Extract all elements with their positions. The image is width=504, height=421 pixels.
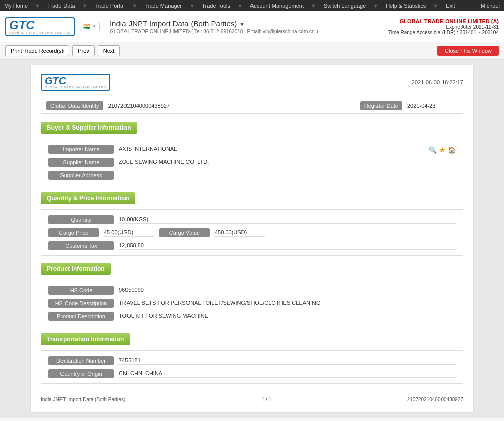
- home-icon[interactable]: 🏠: [448, 146, 456, 154]
- product-section: Product Information HS Code 96050090 HS …: [41, 263, 463, 326]
- product-body: HS Code 96050090 HS Code Description TRA…: [41, 280, 463, 326]
- buyer-supplier-fields: Importer Name AXIS INTERNATIONAL Supplie…: [48, 145, 424, 180]
- logo: GTC GLOBAL TRADE ONLINE LIMITED: [5, 17, 75, 36]
- transportation-section: Transportation Information Declaration N…: [41, 333, 463, 384]
- product-desc-label: Product Description: [48, 312, 114, 321]
- supplier-address-row: Supplier Address: [48, 171, 424, 180]
- bottom-toolbar: Print Trade Record(s) Prev Next Close Th…: [0, 418, 504, 421]
- footer-record-id: 21072021040000438927: [407, 397, 463, 402]
- logo-letters: GTC: [9, 19, 71, 31]
- importer-row: Importer Name AXIS INTERNATIONAL: [48, 145, 424, 154]
- print-button-top[interactable]: Print Trade Record(s): [5, 45, 69, 56]
- quantity-label: Quantity: [48, 215, 114, 224]
- cargo-value-label: Cargo Value: [159, 228, 210, 237]
- nav-items: My Home ▼ Trade Data ▼ Trade Portal ▼ Tr…: [4, 3, 455, 9]
- cargo-price-row: Cargo Price 45.00(USD) Cargo Value 450.0…: [48, 228, 456, 237]
- footer-pagination: 1 / 1: [262, 397, 271, 402]
- identity-row: Global Data Identity 2107202104000043892…: [41, 98, 463, 114]
- record-logo-text: GTC: [45, 76, 106, 86]
- page-title-text: India JNPT Import Data (Both Parties): [110, 19, 237, 28]
- supplier-address-value: [119, 175, 424, 176]
- top-navigation: My Home ▼ Trade Data ▼ Trade Portal ▼ Tr…: [0, 0, 504, 11]
- company-name: GLOBAL TRADE ONLINE LIMITED (A): [388, 18, 499, 24]
- hs-desc-row: HS Code Description TRAVEL SETS FOR PERS…: [48, 299, 456, 308]
- product-desc-value: TOOL KIT FOR SEWING MACHINE: [119, 313, 456, 320]
- supplier-row: Supplier Name ZOJE SEWING MACHINE CO. LT…: [48, 158, 424, 167]
- importer-label: Importer Name: [48, 145, 114, 154]
- buyer-icons: 🔍 ★ 🏠: [429, 146, 456, 154]
- customs-tax-label: Customs Tax: [48, 241, 114, 250]
- nav-switchlang[interactable]: Switch Language: [324, 3, 366, 9]
- nav-tradetools[interactable]: Trade Tools: [202, 3, 230, 9]
- next-button-top[interactable]: Next: [98, 45, 120, 56]
- record-date: 2021-06-30 16:22:17: [412, 79, 463, 85]
- cargo-price-label: Cargo Price: [48, 228, 99, 237]
- register-label: Register Date: [360, 101, 402, 110]
- transportation-body: Declaration Number 7455181 Country of Or…: [41, 350, 463, 384]
- footer-record-name: India JNPT Import Data (Both Parties): [41, 397, 125, 402]
- record-logo-box: GTC GLOBAL TRADE ONLINE LIMITED: [41, 74, 110, 91]
- transportation-title: Transportation Information: [41, 333, 130, 345]
- register-value: 2021-04-23: [407, 103, 458, 109]
- prev-button-top[interactable]: Prev: [72, 45, 95, 56]
- logo-subtext: GLOBAL TRADE ONLINE LIMITED: [9, 31, 71, 34]
- decl-num-row: Declaration Number 7455181: [48, 356, 456, 365]
- top-toolbar: Print Trade Record(s) Prev Next Close Th…: [0, 42, 504, 60]
- dropdown-icon[interactable]: ▼: [239, 21, 245, 28]
- record-logo: GTC GLOBAL TRADE ONLINE LIMITED: [41, 74, 110, 91]
- nav-trademanager[interactable]: Trade Manager: [144, 3, 182, 9]
- identity-label: Global Data Identity: [46, 101, 103, 110]
- search-icon[interactable]: 🔍: [429, 146, 437, 154]
- hs-code-row: HS Code 96050090: [48, 286, 456, 295]
- main-content: GTC GLOBAL TRADE ONLINE LIMITED 2021-06-…: [0, 60, 504, 418]
- country-row: Country of Origin CN, CHN, CHINA: [48, 369, 456, 378]
- nav-tradeportal[interactable]: Trade Portal: [94, 3, 124, 9]
- header-bar: GTC GLOBAL TRADE ONLINE LIMITED 🇮🇳 ▼ Ind…: [0, 11, 504, 42]
- hs-code-label: HS Code: [48, 286, 114, 295]
- supplier-label: Supplier Name: [48, 158, 114, 167]
- quantity-value: 10.00(KGS): [119, 216, 456, 224]
- supplier-address-label: Supplier Address: [48, 171, 114, 180]
- expire-text: Expire After 2021-12-31: [388, 24, 499, 30]
- product-title: Product Information: [41, 263, 111, 275]
- decl-num-label: Declaration Number: [48, 356, 114, 365]
- quantity-price-title: Quantity & Price Information: [41, 192, 135, 204]
- quantity-price-body: Quantity 10.00(KGS) Cargo Price 45.00(US…: [41, 209, 463, 256]
- hs-desc-label: HS Code Description: [48, 299, 114, 308]
- flag-selector[interactable]: 🇮🇳 ▼: [80, 22, 100, 31]
- nav-tradedata[interactable]: Trade Data: [47, 3, 75, 9]
- record-logo-subtext: GLOBAL TRADE ONLINE LIMITED: [45, 86, 106, 89]
- page-title: India JNPT Import Data (Both Parties) ▼: [110, 19, 318, 28]
- nav-exit[interactable]: Exit: [446, 3, 455, 9]
- hs-desc-value: TRAVEL SETS FOR PERSONAL TOILET/SEWING/S…: [119, 300, 456, 307]
- header-center: India JNPT Import Data (Both Parties) ▼ …: [105, 19, 318, 34]
- buyer-supplier-section: Buyer & Supplier Information Importer Na…: [41, 122, 463, 185]
- star-icon[interactable]: ★: [439, 146, 446, 154]
- customs-tax-value: 12,858.80: [119, 242, 456, 250]
- page-subtitle: GLOBAL TRADE ONLINE LIMITED ( Tel: 86-51…: [110, 29, 318, 34]
- nav-helpstats[interactable]: Help & Statistics: [386, 3, 426, 9]
- time-range-text: Time Range Accessible (LDR) : 201401 ~ 2…: [388, 30, 499, 35]
- decl-num-value: 7455181: [119, 357, 456, 365]
- identity-value: 21072021040000438927: [108, 103, 355, 109]
- record-card: GTC GLOBAL TRADE ONLINE LIMITED 2021-06-…: [30, 65, 474, 413]
- close-button-top[interactable]: Close This Window: [437, 46, 499, 56]
- nav-user: Michael: [481, 3, 500, 9]
- product-desc-row: Product Description TOOL KIT FOR SEWING …: [48, 312, 456, 321]
- buyer-supplier-body: Importer Name AXIS INTERNATIONAL Supplie…: [41, 139, 463, 185]
- cargo-value-value: 450.00(USD): [215, 229, 265, 237]
- nav-accountmgmt[interactable]: Account Management: [250, 3, 304, 9]
- quantity-row: Quantity 10.00(KGS): [48, 215, 456, 224]
- flag-emoji: 🇮🇳: [83, 23, 90, 30]
- buyer-supplier-title: Buyer & Supplier Information: [41, 122, 137, 134]
- record-footer: India JNPT Import Data (Both Parties) 1 …: [41, 391, 463, 402]
- record-header: GTC GLOBAL TRADE ONLINE LIMITED 2021-06-…: [41, 74, 463, 91]
- country-label: Country of Origin: [48, 369, 114, 378]
- quantity-price-section: Quantity & Price Information Quantity 10…: [41, 192, 463, 256]
- hs-code-value: 96050090: [119, 287, 456, 294]
- header-right: GLOBAL TRADE ONLINE LIMITED (A) Expire A…: [388, 18, 499, 35]
- customs-tax-row: Customs Tax 12,858.80: [48, 241, 456, 250]
- nav-myhome[interactable]: My Home: [4, 3, 28, 9]
- cargo-price-value: 45.00(USD): [104, 229, 154, 237]
- buyer-supplier-inner: Importer Name AXIS INTERNATIONAL Supplie…: [48, 145, 456, 180]
